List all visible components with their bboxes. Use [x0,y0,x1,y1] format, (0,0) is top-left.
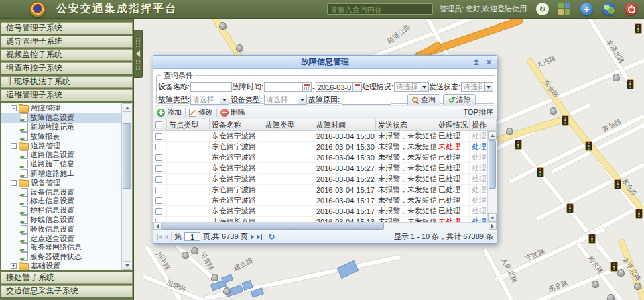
collapse-toggle-icon[interactable]: - [11,180,17,186]
accordion-panel[interactable]: 缉查布控子系统 [1,62,133,74]
traffic-signal-icon[interactable] [537,167,544,177]
tree-node[interactable]: +基础设置 [1,262,121,270]
row-checkbox[interactable] [155,176,162,183]
column-header[interactable]: 处理情况 [436,119,470,130]
collapse-toggle-icon[interactable]: - [11,143,17,149]
traffic-signal-icon[interactable] [562,115,569,126]
fault-type-select[interactable] [190,95,220,105]
camera-icon[interactable] [191,247,198,254]
clear-button[interactable]: 清除 [443,94,476,106]
header-search-input[interactable] [327,3,433,15]
row-checkbox[interactable] [155,154,162,161]
collapse-tool-icon[interactable] [471,57,481,67]
table-row[interactable]: 东仓路宁波路2016-03-04 15:22:50未报警，未发短信已处理处理 [153,174,487,185]
next-page-button[interactable] [251,234,254,240]
vertical-scrollbar[interactable] [487,131,497,222]
traffic-signal-icon[interactable] [635,209,643,219]
table-row[interactable]: 东仓路宁波路2016-03-04 15:30:00未报警，未发短信已处理处理 [153,131,487,142]
table-row[interactable]: 东仓路宁波路2016-03-04 15:17:01未报警，未发短信已处理处理 [153,206,487,217]
power-icon[interactable] [625,3,637,15]
fault-time-from-input[interactable] [264,82,303,92]
accordion-panel[interactable]: 接处警子系统 [1,272,133,284]
scroll-up-icon[interactable] [488,131,497,140]
traffic-signal-icon[interactable] [515,140,522,150]
column-header[interactable]: 节点类型 [167,119,210,130]
accordion-panel[interactable]: 信号管理子系统 [1,22,133,34]
camera-icon[interactable] [613,74,620,81]
row-checkbox[interactable] [155,165,162,172]
last-page-button[interactable] [257,234,262,240]
scroll-up-icon[interactable] [123,103,131,112]
camera-icon[interactable] [219,22,227,30]
accordion-panel[interactable]: 运维管理子系统 [1,89,133,101]
delete-button[interactable]: 删除 [220,107,245,117]
tree-node[interactable]: 故障报表 [1,132,121,141]
tree-node[interactable]: 验收信息设置 [1,224,121,234]
operation-cell[interactable]: 处理 [470,142,487,152]
traffic-signal-icon[interactable] [566,203,574,213]
tree-node[interactable]: 道路信息设置 [1,150,121,160]
edit-button[interactable]: 修改 [189,107,213,117]
traffic-signal-icon[interactable] [588,234,596,244]
table-row[interactable]: 东仓路宁波路2016-03-04 15:17:01未报警，未发短信已处理处理 [153,195,487,206]
camera-icon[interactable] [550,107,557,115]
tree-node[interactable]: 护栏信息设置 [1,206,121,215]
handle-status-select[interactable] [394,82,420,92]
map-canvas[interactable]: 故障信息管理 查询条件 设备名称: 故障时间: - 处理情况: [134,19,644,300]
accordion-panel[interactable]: 非现场执法子系统 [1,76,133,88]
fault-reason-input[interactable] [342,95,391,105]
accordion-panel[interactable]: 交通信息采集子系统 [1,285,133,297]
operation-cell[interactable]: 处理 [470,217,487,222]
chevron-down-icon[interactable] [298,95,307,105]
camera-icon[interactable] [634,283,641,290]
scroll-left-icon[interactable] [153,223,162,230]
camera-icon[interactable] [617,269,625,277]
top-sort-button[interactable]: TOP排序 [464,107,493,117]
scrollbar-thumb[interactable] [123,123,131,189]
scrollbar-thumb[interactable] [162,223,384,230]
column-header[interactable]: 发送状态 [376,119,436,130]
column-header[interactable]: 操作 [470,119,487,130]
table-row[interactable]: 东仓路宁波路2016-03-04 15:17:01未报警，未发短信已处理处理 [153,185,487,195]
collapse-toggle-icon[interactable]: - [11,105,17,111]
row-checkbox[interactable] [155,144,162,150]
tree-scrollbar[interactable] [121,103,132,270]
traffic-signal-icon[interactable] [610,262,618,272]
window-titlebar[interactable]: 故障信息管理 [153,56,497,69]
tree-node[interactable]: -道路管理 [1,141,121,150]
camera-icon[interactable] [236,44,243,52]
column-header[interactable]: 设备名称 [210,119,263,130]
search-button[interactable]: 查询 [407,94,440,106]
tree-node[interactable]: 服务器硬件状态 [1,252,121,262]
tree-node[interactable]: 新增故障记录 [1,123,121,132]
table-row[interactable]: 上海路长春路2016-03-04 15:13:45未报警，未发短信未处理处理 [153,217,487,222]
traffic-signal-icon[interactable] [635,23,642,34]
camera-icon[interactable] [223,287,231,295]
traffic-signal-icon[interactable] [614,179,621,189]
chevron-down-icon[interactable] [485,82,493,92]
close-icon[interactable] [484,57,494,67]
traffic-signal-icon[interactable] [627,79,634,89]
tree-node[interactable]: 标志信息设置 [1,197,121,206]
accordion-panel[interactable]: 视频监控子系统 [1,49,133,61]
add-button[interactable]: 添加 [157,107,182,117]
scroll-right-icon[interactable] [489,223,497,230]
column-header[interactable]: 故障类型 [263,119,314,130]
camera-icon[interactable] [506,128,513,135]
tree-node[interactable]: 定点巡查设置 [1,234,121,243]
page-number-input[interactable] [184,232,200,241]
zoom-plus-icon[interactable]: + [580,3,593,15]
row-checkbox[interactable] [155,197,162,204]
tree-node[interactable]: -设备管理 [1,178,121,187]
scroll-down-icon[interactable] [123,261,131,270]
calendar-icon[interactable] [303,82,312,92]
apps-grid-icon[interactable] [558,3,571,15]
accordion-panel[interactable]: 诱导管理子系统 [1,36,133,48]
select-all-checkbox[interactable] [155,121,162,128]
sidebar-collapse-handle[interactable] [134,30,143,78]
refresh-icon[interactable]: ↻ [536,3,549,15]
scrollbar-thumb[interactable] [489,140,496,189]
tree-node[interactable]: 道路施工信息 [1,160,121,169]
row-checkbox[interactable] [155,133,162,140]
chevron-down-icon[interactable] [420,82,429,92]
